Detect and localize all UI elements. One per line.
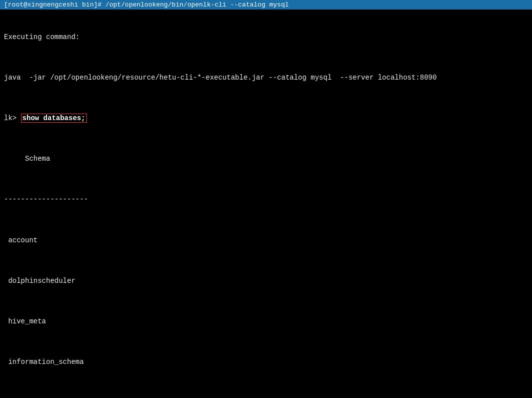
terminal-window: [root@xingnengceshi bin]# /opt/openlooke… bbox=[0, 0, 532, 398]
terminal-content[interactable]: Executing command: java -jar /opt/openlo… bbox=[0, 10, 532, 398]
db-info-schema-line: information_schema bbox=[4, 357, 528, 367]
db-account-line: account bbox=[4, 235, 528, 245]
schema-header-line: Schema bbox=[4, 154, 528, 164]
db-hive-line: hive_meta bbox=[4, 316, 528, 326]
java-cmd-line: java -jar /opt/openlookeng/resource/hetu… bbox=[4, 73, 528, 83]
divider1-line: -------------------- bbox=[4, 194, 528, 204]
exec-cmd-line: Executing command: bbox=[4, 32, 528, 42]
db-dolphin-line: dolphinscheduler bbox=[4, 276, 528, 286]
prompt-show-db-line: lk> show databases; bbox=[4, 113, 528, 123]
title-bar: [root@xingnengceshi bin]# /opt/openlooke… bbox=[0, 0, 532, 10]
